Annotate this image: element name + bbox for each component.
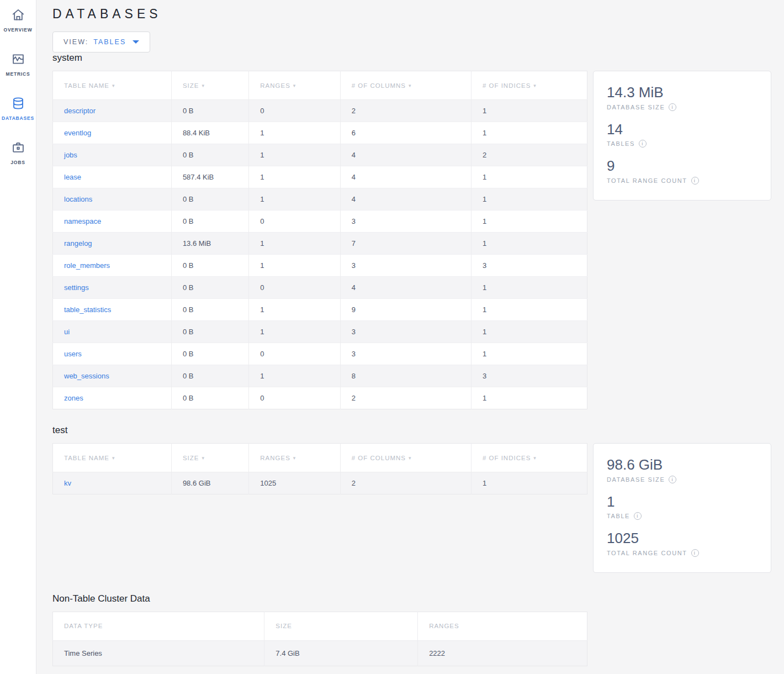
summary-stat: 14 TABLESi xyxy=(607,120,757,148)
info-icon[interactable]: i xyxy=(634,512,642,520)
info-icon[interactable]: i xyxy=(691,177,699,185)
info-icon[interactable]: i xyxy=(669,103,676,111)
table-cell: 3 xyxy=(340,210,471,233)
table-cell: 13.6 MiB xyxy=(171,233,248,255)
database-section-system: TABLE NAME▾SIZE▾RANGES▾# OF COLUMNS▾# OF… xyxy=(52,71,784,409)
column-header[interactable]: # OF COLUMNS▾ xyxy=(340,71,471,100)
sidebar-item-overview[interactable]: OVERVIEW xyxy=(0,4,36,49)
non-table-section-heading: Non-Table Cluster Data xyxy=(52,593,784,604)
table-cell: 1 xyxy=(471,233,587,255)
table-cell: 3 xyxy=(340,321,471,343)
summary-stat: 1 TABLEi xyxy=(607,493,757,520)
column-header[interactable]: SIZE▾ xyxy=(171,71,248,100)
database-summary-card: 98.6 GiB DATABASE SIZEi 1 TABLEi 1025 TO… xyxy=(593,443,771,573)
table-name-link[interactable]: zones xyxy=(53,387,172,409)
sidebar-item-metrics[interactable]: METRICS xyxy=(0,49,36,93)
table-name-link[interactable]: locations xyxy=(53,188,172,210)
table-cell: 587.4 KiB xyxy=(171,166,248,188)
table-cell: 1 xyxy=(249,299,341,321)
table-cell: 0 B xyxy=(171,210,248,233)
table-cell: 0 B xyxy=(171,144,248,166)
table-cell: 8 xyxy=(340,365,471,387)
table-name-link[interactable]: table_statistics xyxy=(53,299,172,321)
table-cell: 3 xyxy=(340,255,471,277)
stat-value: 1025 xyxy=(607,529,757,547)
table-cell: 1 xyxy=(471,122,587,144)
view-dropdown[interactable]: VIEW: TABLES xyxy=(52,31,150,52)
table-cell: 1 xyxy=(471,188,587,210)
summary-stat: 9 TOTAL RANGE COUNTi xyxy=(607,157,757,185)
column-header: DATA TYPE xyxy=(53,612,264,640)
non-table-table: DATA TYPESIZERANGESTime Series7.4 GiB222… xyxy=(52,612,587,666)
table-row: eventlog88.4 KiB161 xyxy=(53,122,587,144)
summary-stat: 14.3 MiB DATABASE SIZEi xyxy=(607,83,757,111)
sort-arrow-icon: ▾ xyxy=(293,83,296,88)
jobs-icon xyxy=(11,140,25,157)
table-name-link[interactable]: lease xyxy=(53,166,172,188)
table-name-link[interactable]: users xyxy=(53,343,172,365)
sidebar-item-label: DATABASES xyxy=(2,115,34,121)
column-header: RANGES xyxy=(418,612,587,640)
table-row: rangelog13.6 MiB171 xyxy=(53,233,587,255)
column-header[interactable]: RANGES▾ xyxy=(249,444,341,472)
tables-table-wrapper: TABLE NAME▾SIZE▾RANGES▾# OF COLUMNS▾# OF… xyxy=(52,443,587,494)
table-cell: 0 xyxy=(249,100,341,122)
table-name-link[interactable]: web_sessions xyxy=(53,365,172,387)
table-cell: 1 xyxy=(471,166,587,188)
table-cell: 4 xyxy=(340,188,471,210)
column-header[interactable]: TABLE NAME▾ xyxy=(53,444,172,472)
table-cell: Time Series xyxy=(53,640,264,666)
summary-stat: 98.6 GiB DATABASE SIZEi xyxy=(607,456,757,483)
table-name-link[interactable]: namespace xyxy=(53,210,172,233)
table-cell: 3 xyxy=(340,343,471,365)
table-name-link[interactable]: eventlog xyxy=(53,122,172,144)
table-cell: 0 B xyxy=(171,277,248,299)
table-cell: 1 xyxy=(471,472,587,494)
table-cell: 1 xyxy=(471,343,587,365)
info-icon[interactable]: i xyxy=(691,549,699,557)
table-cell: 0 B xyxy=(171,188,248,210)
table-name-link[interactable]: kv xyxy=(53,472,172,494)
table-cell: 2 xyxy=(340,472,471,494)
table-cell: 1 xyxy=(249,321,341,343)
table-cell: 0 B xyxy=(171,100,248,122)
sidebar-item-jobs[interactable]: JOBS xyxy=(0,137,36,181)
table-name-link[interactable]: settings xyxy=(53,277,172,299)
table-row: jobs0 B142 xyxy=(53,144,587,166)
column-header[interactable]: RANGES▾ xyxy=(249,71,341,100)
column-header[interactable]: # OF INDICES▾ xyxy=(471,444,587,472)
column-header[interactable]: # OF INDICES▾ xyxy=(471,71,587,100)
table-name-link[interactable]: jobs xyxy=(53,144,172,166)
table-cell: 1 xyxy=(471,100,587,122)
main-content: DATABASES VIEW: TABLES system TABLE NAME… xyxy=(36,0,784,674)
table-row: lease587.4 KiB141 xyxy=(53,166,587,188)
sidebar-item-databases[interactable]: DATABASES xyxy=(0,93,36,137)
sidebar-item-label: METRICS xyxy=(6,71,30,77)
column-header[interactable]: TABLE NAME▾ xyxy=(53,71,172,100)
table-name-link[interactable]: ui xyxy=(53,321,172,343)
stat-label: TABLES xyxy=(607,140,635,147)
metrics-icon xyxy=(11,52,25,69)
column-header[interactable]: SIZE▾ xyxy=(171,444,248,472)
sort-arrow-icon: ▾ xyxy=(293,455,296,461)
tables-table: TABLE NAME▾SIZE▾RANGES▾# OF COLUMNS▾# OF… xyxy=(52,443,587,494)
table-row: users0 B031 xyxy=(53,343,587,365)
table-cell: 1 xyxy=(471,277,587,299)
table-name-link[interactable]: descriptor xyxy=(53,100,172,122)
table-name-link[interactable]: rangelog xyxy=(53,233,172,255)
table-cell: 1 xyxy=(471,210,587,233)
table-cell: 9 xyxy=(340,299,471,321)
column-header[interactable]: # OF COLUMNS▾ xyxy=(340,444,471,472)
tables-table: TABLE NAME▾SIZE▾RANGES▾# OF COLUMNS▾# OF… xyxy=(52,71,587,409)
table-cell: 3 xyxy=(471,255,587,277)
table-cell: 1 xyxy=(249,144,341,166)
info-icon[interactable]: i xyxy=(639,140,647,148)
table-cell: 2 xyxy=(340,387,471,409)
info-icon[interactable]: i xyxy=(669,476,676,483)
table-cell: 1025 xyxy=(249,472,341,494)
table-name-link[interactable]: role_members xyxy=(53,255,172,277)
table-cell: 2 xyxy=(471,144,587,166)
table-cell: 0 B xyxy=(171,343,248,365)
table-cell: 0 xyxy=(249,210,341,233)
table-cell: 0 xyxy=(249,387,341,409)
